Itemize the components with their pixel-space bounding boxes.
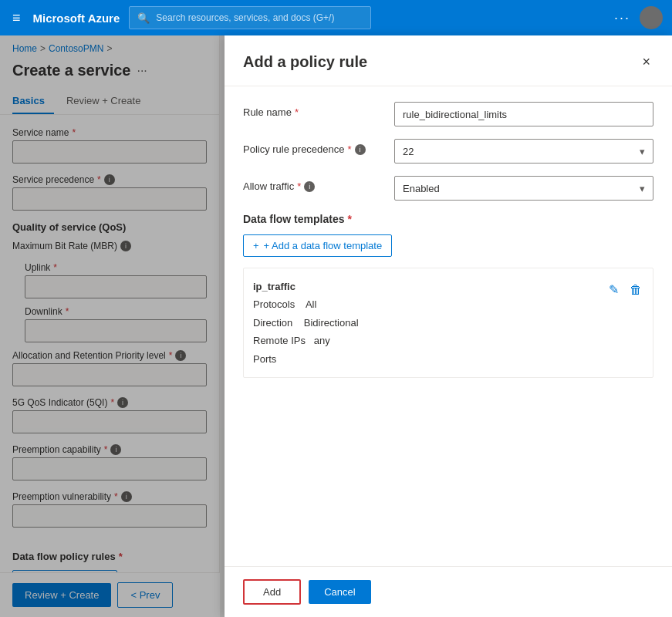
modal-panel: Add a policy rule × Rule name * Policy r… bbox=[225, 35, 672, 617]
hamburger-menu[interactable]: ≡ bbox=[9, 7, 24, 29]
main-container: Home > ContosoPMN > Create a service ···… bbox=[0, 35, 672, 617]
modal-title: Add a policy rule bbox=[243, 53, 367, 71]
precedence-label: Policy rule precedence bbox=[243, 143, 345, 155]
modal-footer: Add Cancel bbox=[225, 566, 672, 617]
rule-name-input[interactable] bbox=[394, 102, 653, 126]
ports-label: Ports bbox=[253, 353, 276, 365]
add-template-button[interactable]: + + Add a data flow template bbox=[243, 234, 392, 257]
rule-name-row: Rule name * bbox=[243, 102, 653, 126]
protocols-label: Protocols bbox=[253, 298, 295, 310]
allow-traffic-value: Enabled bbox=[403, 183, 440, 194]
add-template-btn-label: + Add a data flow template bbox=[264, 240, 383, 251]
precedence-row: Policy rule precedence * i 22 ▾ bbox=[243, 139, 653, 164]
allow-traffic-control: Enabled ▾ bbox=[394, 176, 653, 201]
search-placeholder: Search resources, services, and docs (G+… bbox=[156, 12, 334, 23]
top-navigation: ≡ Microsoft Azure 🔍 Search resources, se… bbox=[0, 0, 672, 35]
rule-name-label: Rule name bbox=[243, 106, 292, 118]
modal-body: Rule name * Policy rule precedence * i 2… bbox=[225, 86, 672, 566]
plus-icon2: + bbox=[253, 240, 259, 251]
nav-more-button[interactable]: ··· bbox=[614, 10, 630, 26]
template-ports: Ports bbox=[253, 350, 359, 368]
chevron-down-icon2: ▾ bbox=[640, 183, 645, 194]
remote-ips-value: any bbox=[314, 335, 330, 346]
precedence-info-icon[interactable]: i bbox=[355, 144, 366, 155]
allow-traffic-row: Allow traffic * i Enabled ▾ bbox=[243, 176, 653, 201]
template-protocols: Protocols All bbox=[253, 295, 359, 313]
precedence-value: 22 bbox=[403, 146, 414, 157]
precedence-control: 22 ▾ bbox=[394, 139, 653, 164]
allow-traffic-info-icon[interactable]: i bbox=[304, 181, 315, 192]
direction-value: Bidirectional bbox=[304, 317, 359, 329]
user-avatar[interactable] bbox=[640, 6, 663, 29]
modal-header: Add a policy rule × bbox=[225, 35, 672, 86]
direction-label: Direction bbox=[253, 317, 292, 329]
modal-close-button[interactable]: × bbox=[639, 51, 653, 73]
allow-traffic-label: Allow traffic bbox=[243, 180, 294, 192]
precedence-select[interactable]: 22 ▾ bbox=[394, 139, 653, 164]
app-title: Microsoft Azure bbox=[33, 12, 120, 25]
dft-title: Data flow templates * bbox=[243, 213, 653, 225]
template-actions: ✎ 🗑 bbox=[607, 281, 643, 298]
rule-name-control bbox=[394, 102, 653, 126]
search-icon: 🔍 bbox=[137, 12, 150, 24]
add-button[interactable]: Add bbox=[243, 579, 301, 605]
edit-template-button[interactable]: ✎ bbox=[607, 281, 620, 298]
allow-traffic-select[interactable]: Enabled ▾ bbox=[394, 176, 653, 201]
protocols-value: All bbox=[306, 298, 316, 310]
template-name: ip_traffic bbox=[253, 278, 359, 295]
template-direction: Direction Bidirectional bbox=[253, 314, 359, 332]
template-remote-ips: Remote IPs any bbox=[253, 332, 359, 349]
cancel-button[interactable]: Cancel bbox=[309, 580, 370, 604]
delete-template-button[interactable]: 🗑 bbox=[628, 281, 643, 298]
search-bar[interactable]: 🔍 Search resources, services, and docs (… bbox=[129, 6, 370, 29]
chevron-down-icon: ▾ bbox=[640, 146, 645, 157]
remote-ips-label: Remote IPs bbox=[253, 335, 306, 346]
data-flow-templates-section: Data flow templates * + + Add a data flo… bbox=[243, 213, 653, 378]
template-details: ip_traffic Protocols All Direction Bidir… bbox=[253, 278, 359, 368]
template-item: ip_traffic Protocols All Direction Bidir… bbox=[243, 268, 653, 378]
